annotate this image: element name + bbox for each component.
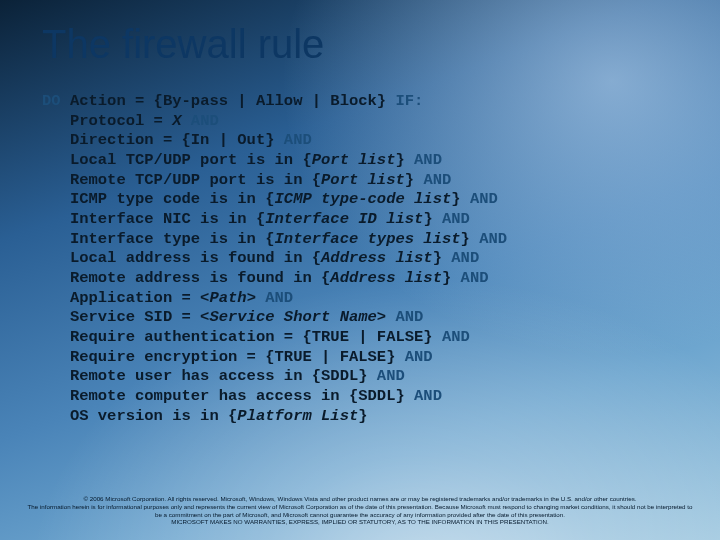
txt: > <box>247 289 266 307</box>
code-line: Remote TCP/UDP port is in {Port list} AN… <box>42 171 507 191</box>
code-line: Require authentication = {TRUE | FALSE} … <box>42 328 507 348</box>
code-line: Remote user has access in {SDDL} AND <box>42 367 507 387</box>
kw-and: AND <box>265 289 293 307</box>
var: Interface types list <box>275 230 461 248</box>
txt: Action = {By-pass | Allow | Block} <box>61 92 396 110</box>
txt: Remote user has access in {SDDL} <box>70 367 377 385</box>
code-line: Require encryption = {TRUE | FALSE} AND <box>42 348 507 368</box>
txt: Remote TCP/UDP port is in { <box>70 171 321 189</box>
txt: } <box>423 210 442 228</box>
txt: Direction = {In | Out} <box>70 131 284 149</box>
kw-and: AND <box>451 249 479 267</box>
kw-and: AND <box>284 131 312 149</box>
kw-and: AND <box>414 387 442 405</box>
txt: } <box>395 151 414 169</box>
footer-line: © 2006 Microsoft Corporation. All rights… <box>26 495 694 503</box>
slide-title: The firewall rule <box>42 22 324 67</box>
code-line: Remote computer has access in {SDDL} AND <box>42 387 507 407</box>
var: Service Short Name <box>209 308 376 326</box>
txt: Remote address is found in { <box>70 269 330 287</box>
txt: Application = < <box>70 289 210 307</box>
code-line: Service SID = <Service Short Name> AND <box>42 308 507 328</box>
txt: } <box>433 249 452 267</box>
code-line: Remote address is found in {Address list… <box>42 269 507 289</box>
txt: Interface NIC is in { <box>70 210 265 228</box>
kw-and: AND <box>461 269 489 287</box>
footer-line: The information herein is for informatio… <box>26 503 694 519</box>
code-line: Protocol = X AND <box>42 112 507 132</box>
code-line: DO Action = {By-pass | Allow | Block} IF… <box>42 92 507 112</box>
txt: } <box>442 269 461 287</box>
txt: OS version is in { <box>70 407 237 425</box>
code-line: Local TCP/UDP port is in {Port list} AND <box>42 151 507 171</box>
txt: Local address is found in { <box>70 249 321 267</box>
footer-line: MICROSOFT MAKES NO WARRANTIES, EXPRESS, … <box>26 518 694 526</box>
code-line: ICMP type code is in {ICMP type-code lis… <box>42 190 507 210</box>
code-line: Interface NIC is in {Interface ID list} … <box>42 210 507 230</box>
code-line: Application = <Path> AND <box>42 289 507 309</box>
var: ICMP type-code list <box>275 190 452 208</box>
kw-and: AND <box>442 210 470 228</box>
rule-code-block: DO Action = {By-pass | Allow | Block} IF… <box>42 92 507 426</box>
code-line: Local address is found in {Address list}… <box>42 249 507 269</box>
txt: Protocol = <box>70 112 172 130</box>
var: Platform List <box>237 407 358 425</box>
kw-and: AND <box>470 190 498 208</box>
txt: Require encryption = {TRUE | FALSE} <box>70 348 405 366</box>
txt: ICMP type code is in { <box>70 190 275 208</box>
var: X <box>172 112 181 130</box>
kw-and: AND <box>405 348 433 366</box>
kw-if: IF: <box>395 92 423 110</box>
code-line: OS version is in {Platform List} <box>42 407 507 427</box>
kw-do: DO <box>42 92 61 110</box>
txt: Service SID = < <box>70 308 210 326</box>
var: Port list <box>321 171 405 189</box>
kw-and: AND <box>423 171 451 189</box>
var: Port list <box>312 151 396 169</box>
txt: > <box>377 308 396 326</box>
var: Path <box>209 289 246 307</box>
var: Address list <box>330 269 442 287</box>
kw-and: AND <box>395 308 423 326</box>
kw-and: AND <box>377 367 405 385</box>
txt: Interface type is in { <box>70 230 275 248</box>
legal-footer: © 2006 Microsoft Corporation. All rights… <box>0 495 720 526</box>
txt: } <box>461 230 480 248</box>
code-line: Direction = {In | Out} AND <box>42 131 507 151</box>
txt: Local TCP/UDP port is in { <box>70 151 312 169</box>
slide: The firewall rule DO Action = {By-pass |… <box>0 0 720 540</box>
txt: Remote computer has access in {SDDL} <box>70 387 414 405</box>
var: Address list <box>321 249 433 267</box>
txt: } <box>451 190 470 208</box>
kw-and: AND <box>191 112 219 130</box>
kw-and: AND <box>414 151 442 169</box>
txt: } <box>405 171 424 189</box>
txt: Require authentication = {TRUE | FALSE} <box>70 328 442 346</box>
txt: } <box>358 407 367 425</box>
kw-and: AND <box>442 328 470 346</box>
code-line: Interface type is in {Interface types li… <box>42 230 507 250</box>
var: Interface ID list <box>265 210 423 228</box>
kw-and: AND <box>479 230 507 248</box>
